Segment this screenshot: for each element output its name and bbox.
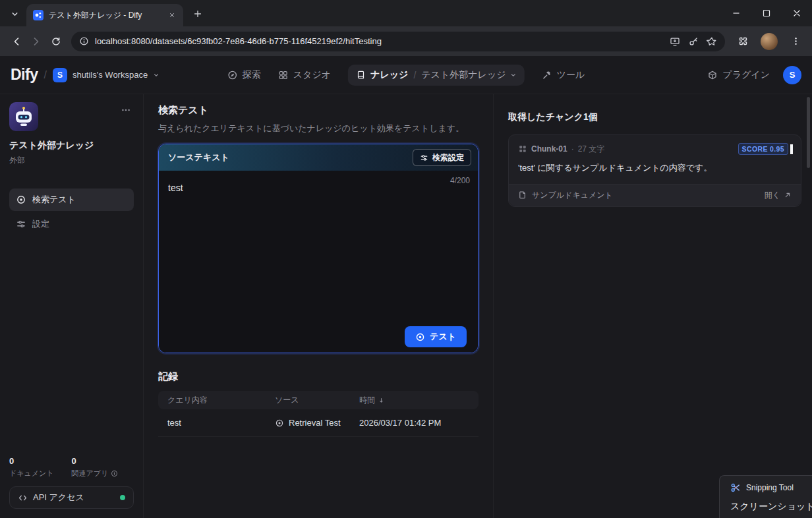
open-label: 開く	[765, 190, 780, 201]
dify-app: Dify / S shutils's Workspace 探索 スタジオ	[0, 56, 812, 518]
api-access-label: API アクセス	[33, 492, 84, 504]
record-time: 2026/03/17 01:42 PM	[359, 418, 469, 428]
window-minimize-button[interactable]	[721, 0, 751, 26]
source-panel-body: 4/200 test テスト	[159, 171, 478, 353]
doc-count-value: 0	[9, 456, 72, 466]
profile-avatar[interactable]	[761, 33, 778, 50]
query-textarea[interactable]: test	[168, 183, 469, 288]
records-table: クエリ内容 ソース 時間 test Retrieval Test	[158, 391, 478, 437]
chevron-down-icon	[510, 72, 517, 78]
results-title: 取得したチャンク1個	[508, 111, 801, 123]
nav-tools[interactable]: ツール	[542, 69, 585, 81]
dataset-nav: 検索テスト 設定	[9, 188, 134, 235]
nav-studio-label: スタジオ	[293, 69, 331, 81]
test-button[interactable]: テスト	[405, 326, 467, 347]
sidebar-item-hit-testing[interactable]: 検索テスト	[9, 188, 134, 211]
dify-favicon	[33, 10, 44, 20]
nav-tools-label: ツール	[557, 69, 585, 81]
url-text[interactable]: localhost:8080/datasets/6c93fb02-7e86-46…	[95, 36, 666, 46]
col-time[interactable]: 時間	[359, 395, 469, 406]
retrieval-settings-label: 検索設定	[432, 152, 464, 163]
new-tab-button[interactable]	[188, 5, 207, 23]
toast-message: スクリーンショットをクリ	[730, 501, 812, 513]
document-file-icon	[518, 190, 527, 200]
sidebar-item-settings[interactable]: 設定	[9, 213, 134, 235]
chunk-char-count: 27 文字	[578, 144, 605, 155]
workspace-switcher[interactable]: S shutils's Workspace	[53, 68, 160, 82]
api-access-button[interactable]: API アクセス	[9, 486, 134, 509]
api-code-icon	[18, 493, 28, 503]
page-title: 検索テスト	[158, 104, 478, 117]
sort-desc-icon	[378, 397, 385, 404]
dataset-more-icon[interactable]	[118, 102, 134, 118]
back-button[interactable]	[7, 32, 26, 51]
dataset-title: テスト外部ナレッジ	[9, 140, 134, 152]
tools-hammer-icon	[542, 70, 552, 80]
dataset-type-label: 外部	[9, 155, 134, 166]
plugins-cube-icon	[707, 70, 718, 80]
nav-studio[interactable]: スタジオ	[278, 69, 331, 81]
address-bar[interactable]: localhost:8080/datasets/6c93fb02-7e86-46…	[71, 32, 725, 51]
tab-close-icon[interactable]	[166, 9, 178, 21]
chunk-grid-icon	[518, 144, 527, 154]
extensions-icon[interactable]	[733, 32, 753, 51]
chunk-content: 'test' に関するサンプルドキュメントの内容です。	[509, 155, 801, 184]
breadcrumb-separator: /	[413, 70, 416, 80]
toolbar-right	[733, 32, 805, 51]
chevron-down-icon	[11, 10, 19, 18]
window-close-button[interactable]	[782, 0, 812, 26]
tab-title: テスト外部ナレッジ - Dify	[49, 10, 161, 21]
target-icon	[16, 194, 26, 205]
nav-knowledge[interactable]: ナレッジ	[356, 69, 408, 81]
retrieval-settings-button[interactable]: 検索設定	[413, 149, 471, 166]
open-document-link[interactable]: 開く	[765, 190, 792, 201]
nav-knowledge-label: ナレッジ	[370, 69, 408, 81]
linked-apps-stat: 0 関連アプリ	[72, 456, 134, 478]
snipping-tool-toast[interactable]: Snipping Tool スクリーンショットをクリ	[719, 475, 812, 518]
score-value: 0.95	[770, 145, 784, 153]
window-maximize-button[interactable]	[751, 0, 782, 26]
forward-button[interactable]	[26, 32, 46, 51]
nav-plugins[interactable]: プラグイン	[707, 69, 770, 81]
reload-button[interactable]	[46, 32, 66, 51]
record-row[interactable]: test Retrieval Test 2026/03/17 01:42 PM	[158, 409, 478, 437]
browser-window: テスト外部ナレッジ - Dify localhost:8080/datasets…	[0, 0, 812, 518]
site-info-icon[interactable]	[79, 36, 89, 46]
records-table-header: クエリ内容 ソース 時間	[158, 391, 478, 409]
breadcrumb-current-dataset[interactable]: テスト外部ナレッジ	[421, 69, 516, 81]
sidebar-item-label: 検索テスト	[32, 194, 76, 206]
score-badge: SCORE 0.95	[738, 143, 788, 155]
record-source: Retrieval Test	[289, 418, 341, 428]
sliders-icon	[16, 219, 26, 229]
browser-menu-icon[interactable]	[786, 32, 805, 51]
chevron-down-icon	[153, 72, 160, 78]
doc-count-label: ドキュメント	[9, 469, 72, 478]
chunk-card: Chunk-01 · 27 文字 SCORE 0.95 'test' に関するサ…	[508, 134, 801, 207]
text-cursor	[790, 144, 793, 154]
passwords-key-icon[interactable]	[684, 32, 703, 51]
tab-search-button[interactable]	[5, 5, 24, 23]
nav-explore[interactable]: 探索	[227, 69, 261, 81]
col-source: ソース	[275, 395, 359, 406]
user-avatar[interactable]: S	[783, 66, 801, 84]
col-query: クエリ内容	[167, 395, 275, 406]
chunk-id: Chunk-01	[531, 144, 567, 154]
browser-tab[interactable]: テスト外部ナレッジ - Dify	[26, 4, 183, 26]
hit-testing-main: 検索テスト 与えられたクエリテキストに基づいたナレッジのヒット効果をテストします…	[144, 94, 493, 518]
install-app-icon[interactable]	[666, 32, 684, 51]
linked-apps-label: 関連アプリ	[72, 469, 109, 478]
bookmark-star-icon[interactable]	[703, 32, 721, 51]
sliders-icon	[420, 154, 428, 162]
browser-toolbar: localhost:8080/datasets/6c93fb02-7e86-46…	[0, 26, 812, 56]
external-link-icon	[784, 191, 792, 199]
chunk-card-header: Chunk-01 · 27 文字 SCORE 0.95	[509, 135, 801, 155]
studio-grid-icon	[278, 70, 289, 80]
retrieved-chunks-panel: 取得したチャンク1個 Chunk-01 · 27 文字 SCORE 0.95	[493, 94, 812, 518]
source-text-panel: ソーステキスト 検索設定 4/200 test テスト	[158, 144, 478, 353]
source-panel-header: ソーステキスト 検索設定	[159, 144, 478, 171]
path-separator: /	[44, 69, 46, 81]
sidebar-footer: 0 ドキュメント 0 関連アプリ API アク	[9, 456, 134, 509]
nav-plugins-label: プラグイン	[722, 69, 770, 81]
scrollbar-thumb[interactable]	[807, 97, 810, 168]
app-header: Dify / S shutils's Workspace 探索 スタジオ	[0, 56, 812, 94]
